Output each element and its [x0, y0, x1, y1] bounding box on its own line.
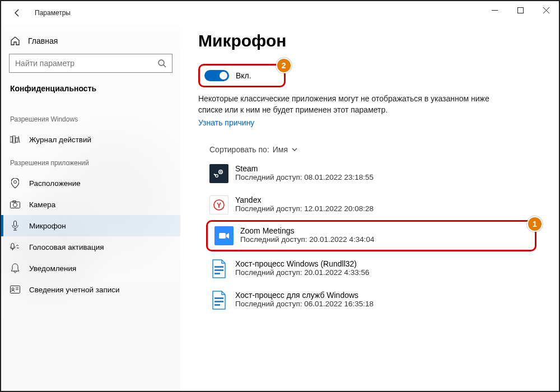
- microphone-icon: [10, 221, 20, 231]
- minimize-button[interactable]: [482, 1, 507, 19]
- svg-rect-1: [517, 7, 523, 13]
- app-item-steam: Steam Последний доступ: 08.01.2022 23:18…: [209, 160, 559, 191]
- app-name: Steam: [235, 164, 374, 173]
- sidebar-group-apps: Разрешения приложений: [1, 150, 180, 172]
- app-name: Zoom Meetings: [240, 226, 375, 235]
- microphone-toggle[interactable]: [204, 70, 229, 81]
- sidebar-item-notifications[interactable]: Уведомления: [1, 258, 180, 279]
- sidebar-item-label: Сведения учетной записи: [29, 286, 120, 294]
- sort-selector[interactable]: Сортировать по: Имя: [209, 145, 559, 154]
- home-icon: [10, 36, 20, 46]
- window-title: Параметры: [35, 9, 71, 17]
- sidebar-item-label: Уведомления: [29, 264, 76, 273]
- learn-more-link[interactable]: Узнать причину: [198, 117, 254, 128]
- sidebar-item-label: Журнал действий: [29, 136, 91, 144]
- toggle-description: Некоторые классические приложения могут …: [198, 93, 489, 116]
- back-button[interactable]: [9, 4, 26, 21]
- sidebar-item-label: Голосовая активация: [29, 243, 104, 251]
- svg-rect-11: [13, 201, 16, 203]
- content-area: Главная Конфиденциальность Разрешения Wi…: [1, 25, 559, 391]
- notifications-icon: [10, 263, 20, 273]
- toggle-highlight: Вкл. 2: [198, 64, 286, 87]
- annotation-badge-1: 1: [527, 216, 543, 232]
- sidebar-item-voice-activation[interactable]: Голосовая активация: [1, 236, 180, 258]
- svg-rect-4: [10, 137, 12, 142]
- svg-point-8: [14, 181, 17, 184]
- app-item-services-host: Хост-процесс для служб Windows Последний…: [209, 286, 559, 318]
- app-item-yandex: Y Yandex Последний доступ: 12.01.2022 20…: [209, 191, 559, 222]
- sort-value: Имя: [273, 145, 288, 154]
- app-list: Steam Последний доступ: 08.01.2022 23:18…: [198, 160, 559, 318]
- app-item-rundll32: Хост-процесс Windows (Rundll32) Последни…: [209, 255, 559, 286]
- app-icon-steam: [209, 164, 228, 183]
- close-button[interactable]: [533, 1, 559, 19]
- sidebar: Главная Конфиденциальность Разрешения Wi…: [1, 25, 180, 391]
- toggle-label: Вкл.: [236, 71, 251, 80]
- app-icon-zoom: [214, 226, 234, 245]
- app-last-access: Последний доступ: 20.01.2022 4:34:04: [240, 235, 375, 244]
- search-icon: [157, 59, 166, 68]
- svg-rect-32: [214, 301, 223, 302]
- arrow-left-icon: [13, 8, 22, 17]
- app-name: Хост-процесс Windows (Rundll32): [235, 259, 370, 268]
- svg-point-18: [12, 288, 14, 290]
- svg-point-23: [220, 171, 222, 172]
- svg-rect-15: [11, 244, 14, 249]
- app-icon-file: [209, 259, 228, 278]
- sort-label: Сортировать по:: [209, 145, 269, 154]
- svg-rect-30: [214, 273, 220, 274]
- main-panel: Микрофон Вкл. 2 Некоторые классические п…: [180, 25, 559, 391]
- maximize-button[interactable]: [507, 1, 533, 19]
- search-input[interactable]: [15, 59, 153, 68]
- titlebar: Параметры: [1, 1, 559, 25]
- sidebar-item-activity-log[interactable]: Журнал действий: [1, 129, 180, 150]
- sidebar-item-label: Камера: [29, 200, 55, 209]
- account-info-icon: [10, 284, 20, 295]
- sidebar-item-camera[interactable]: Камера: [1, 194, 180, 215]
- svg-rect-31: [214, 297, 223, 299]
- svg-point-2: [158, 60, 164, 66]
- sidebar-group-windows: Разрешения Windows: [1, 106, 180, 129]
- search-box[interactable]: [9, 54, 172, 73]
- app-item-zoom: Zoom Meetings Последний доступ: 20.01.20…: [214, 226, 528, 245]
- svg-rect-27: [219, 233, 226, 239]
- location-icon: [10, 178, 20, 188]
- app-last-access: Последний доступ: 08.01.2022 23:18:55: [235, 173, 374, 181]
- svg-rect-28: [214, 266, 223, 268]
- sidebar-item-label: Микрофон: [29, 222, 66, 230]
- svg-rect-33: [214, 304, 220, 306]
- window-controls: [482, 1, 559, 19]
- app-name: Yandex: [235, 195, 374, 204]
- sidebar-item-microphone[interactable]: Микрофон: [1, 215, 180, 236]
- svg-line-3: [164, 65, 166, 67]
- app-last-access: Последний доступ: 20.01.2022 4:33:56: [235, 268, 370, 277]
- sidebar-item-label: Расположение: [29, 179, 81, 188]
- app-icon-yandex: Y: [209, 195, 228, 214]
- sidebar-category: Конфиденциальность: [1, 84, 180, 106]
- svg-text:Y: Y: [217, 201, 221, 209]
- svg-point-21: [213, 168, 225, 179]
- app-icon-file: [209, 291, 228, 310]
- activity-log-icon: [10, 134, 20, 144]
- voice-activation-icon: [10, 242, 20, 252]
- sidebar-home[interactable]: Главная: [1, 31, 180, 54]
- sidebar-home-label: Главная: [28, 36, 58, 45]
- svg-point-10: [13, 203, 17, 207]
- sidebar-item-account-info[interactable]: Сведения учетной записи: [1, 279, 180, 300]
- app-name: Хост-процесс для служб Windows: [235, 291, 374, 300]
- annotation-badge-2: 2: [276, 58, 292, 73]
- sidebar-item-location[interactable]: Расположение: [1, 172, 180, 194]
- zoom-highlight: 1 Zoom Meetings Последний доступ: 20.01.…: [206, 220, 536, 251]
- svg-rect-12: [14, 221, 17, 227]
- chevron-down-icon: [291, 146, 298, 153]
- camera-icon: [10, 199, 20, 209]
- svg-rect-6: [16, 138, 18, 142]
- svg-rect-5: [13, 136, 15, 143]
- svg-rect-29: [214, 269, 223, 271]
- svg-line-7: [18, 136, 20, 143]
- app-last-access: Последний доступ: 06.01.2022 16:35:18: [235, 300, 374, 308]
- app-last-access: Последний доступ: 12.01.2022 20:08:28: [235, 204, 374, 213]
- page-title: Микрофон: [198, 31, 559, 50]
